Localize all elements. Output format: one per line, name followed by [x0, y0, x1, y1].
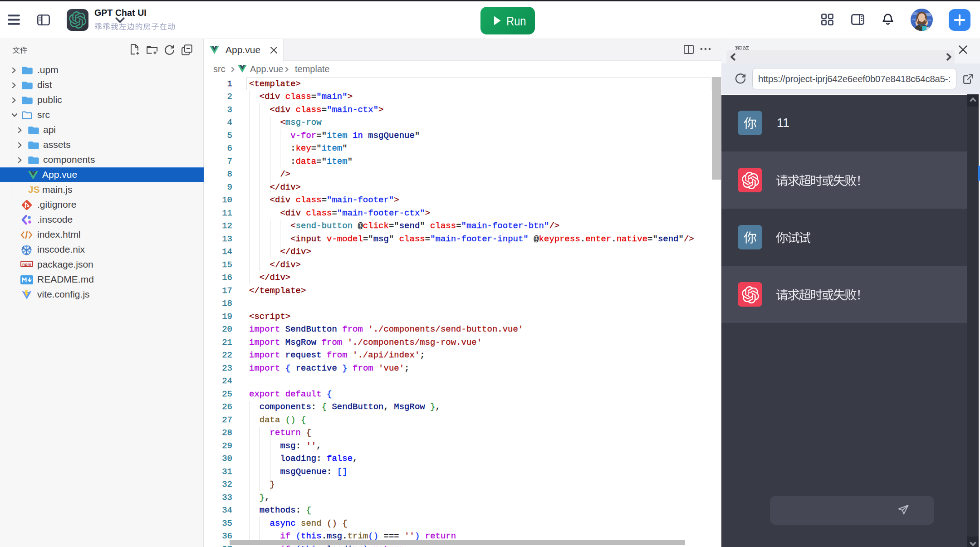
svg-text:npm: npm: [22, 262, 31, 267]
